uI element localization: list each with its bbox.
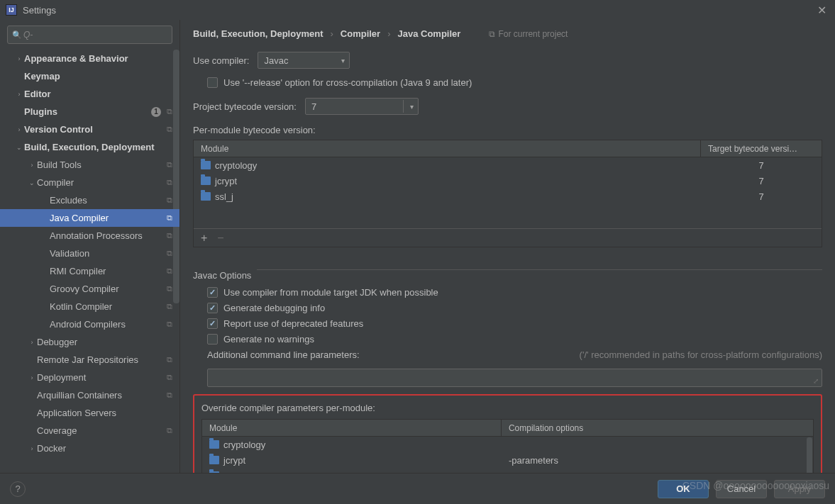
target-column-header[interactable]: Target bytecode versi… [701, 140, 822, 157]
breadcrumb: Build, Execution, Deployment › Compiler … [193, 28, 822, 39]
chevron-icon: › [27, 374, 37, 381]
project-bytecode-label: Project bytecode version: [193, 101, 297, 112]
crumb-1: Build, Execution, Deployment [193, 28, 323, 39]
tree-item-plugins[interactable]: ›Plugins1⧉ [0, 103, 179, 121]
tree-item-label: Keymap [24, 71, 60, 82]
no-warnings-checkbox[interactable] [207, 334, 218, 345]
add-button[interactable]: + [201, 232, 207, 245]
copy-icon: ⧉ [167, 267, 172, 276]
tree-item-label: Arquillian Containers [37, 390, 122, 401]
copy-icon: ⧉ [167, 249, 172, 258]
tree-item-label: Editor [24, 89, 51, 99]
tree-item-docker[interactable]: ›Docker [0, 439, 179, 457]
project-bytecode-select[interactable]: 7 [305, 98, 419, 115]
close-icon[interactable]: ✕ [814, 4, 829, 17]
copy-icon: ⧉ [167, 426, 172, 435]
module-column-header[interactable]: Module [194, 140, 701, 157]
tree-item-annotation-processors[interactable]: ›Annotation Processors⧉ [0, 227, 179, 245]
tree-item-version-control[interactable]: ›Version Control⧉ [0, 121, 179, 138]
tree-item-validation[interactable]: ›Validation⧉ [0, 245, 179, 262]
copy-icon: ⧉ [489, 29, 495, 39]
tree-item-label: Android Compilers [50, 319, 126, 330]
table-row[interactable]: jcrypt-parameters [202, 452, 813, 468]
per-module-label: Per-module bytecode version: [193, 125, 822, 135]
copy-icon: ⧉ [167, 107, 172, 116]
tree-item-java-compiler[interactable]: ›Java Compiler⧉ [0, 209, 179, 227]
tree-item-android-compilers[interactable]: ›Android Compilers⧉ [0, 315, 179, 333]
tree-item-arquillian-containers[interactable]: ›Arquillian Containers⧉ [0, 386, 179, 404]
help-button[interactable]: ? [10, 481, 26, 497]
release-option-checkbox[interactable] [207, 77, 218, 88]
tree-item-build-tools[interactable]: ›Build Tools⧉ [0, 156, 179, 174]
per-module-table: Module Target bytecode versi… cryptology… [193, 140, 822, 247]
use-module-jdk-checkbox[interactable] [207, 287, 218, 298]
app-icon: IJ [6, 4, 17, 16]
chevron-right-icon: › [330, 28, 333, 39]
tree-item-label: RMI Compiler [50, 266, 106, 276]
copy-icon: ⧉ [167, 160, 172, 169]
copy-icon: ⧉ [167, 196, 172, 205]
tree-item-label: Kotlin Compiler [50, 301, 112, 312]
ok-button[interactable]: OK [658, 480, 709, 498]
folder-icon [209, 456, 219, 464]
copy-icon: ⧉ [167, 284, 172, 293]
expand-icon[interactable]: ⤢ [813, 377, 819, 385]
table-row[interactable]: ssl_j-parameters [202, 468, 813, 473]
release-option-label: Use '--release' option for cross-compila… [223, 77, 472, 88]
tree-item-label: Annotation Processors [50, 230, 143, 241]
tree-item-keymap[interactable]: ›Keymap [0, 67, 179, 85]
folder-icon [201, 192, 211, 201]
tree-item-label: Coverage [37, 425, 77, 436]
chevron-icon: › [14, 55, 24, 62]
tree-item-application-servers[interactable]: ›Application Servers [0, 404, 179, 422]
override-opts-header[interactable]: Compilation options [502, 420, 813, 436]
sidebar: 🔍 Q- ›Appearance & Behavior›Keymap›Edito… [0, 20, 180, 473]
use-compiler-select[interactable]: Javac [258, 52, 350, 69]
copy-icon: ⧉ [167, 302, 172, 311]
table-row[interactable]: cryptology7 [194, 157, 822, 173]
report-deprecated-checkbox[interactable] [207, 318, 218, 329]
use-compiler-label: Use compiler: [193, 55, 249, 66]
apply-button[interactable]: Apply [774, 480, 825, 498]
tree-item-coverage[interactable]: ›Coverage⧉ [0, 422, 179, 439]
tree-item-compiler[interactable]: ⌄Compiler⧉ [0, 174, 179, 191]
override-highlight-box: Override compiler parameters per-module:… [193, 394, 822, 473]
copy-icon: ⧉ [167, 178, 172, 187]
remove-button[interactable]: − [217, 232, 223, 245]
additional-params-hint: ('/' recommended in paths for cross-plat… [580, 349, 822, 360]
tree-item-build-execution-deployment[interactable]: ⌄Build, Execution, Deployment [0, 138, 179, 156]
chevron-icon: › [14, 91, 24, 98]
scrollbar[interactable] [807, 437, 812, 473]
override-module-header[interactable]: Module [202, 420, 502, 436]
table-row[interactable]: ssl_j7 [194, 189, 822, 204]
tree-item-kotlin-compiler[interactable]: ›Kotlin Compiler⧉ [0, 298, 179, 315]
folder-icon [209, 440, 219, 449]
tree-item-rmi-compiler[interactable]: ›RMI Compiler⧉ [0, 262, 179, 280]
table-row[interactable]: jcrypt7 [194, 173, 822, 189]
chevron-icon: ⌄ [27, 179, 37, 186]
additional-params-input[interactable]: ⤢ [207, 369, 822, 387]
tree-item-groovy-compiler[interactable]: ›Groovy Compiler⧉ [0, 280, 179, 298]
table-row[interactable]: cryptology [202, 437, 813, 452]
tree-item-appearance-behavior[interactable]: ›Appearance & Behavior [0, 50, 179, 67]
tree-item-label: Validation [50, 248, 89, 259]
tree-item-label: Docker [37, 443, 66, 454]
tree-item-editor[interactable]: ›Editor [0, 85, 179, 103]
crumb-2: Compiler [341, 28, 380, 39]
tree-item-label: Appearance & Behavior [24, 53, 128, 64]
tree-item-debugger[interactable]: ›Debugger [0, 333, 179, 351]
crumb-3: Java Compiler [398, 28, 461, 39]
generate-debug-checkbox[interactable] [207, 303, 218, 313]
tree-item-deployment[interactable]: ›Deployment⧉ [0, 369, 179, 386]
chevron-icon: › [27, 445, 37, 452]
copy-icon: ⧉ [167, 320, 172, 329]
tree-item-remote-jar-repositories[interactable]: ›Remote Jar Repositories⧉ [0, 351, 179, 369]
tree-item-label: Plugins [24, 106, 57, 117]
cancel-button[interactable]: Cancel [716, 480, 767, 498]
tree-item-excludes[interactable]: ›Excludes⧉ [0, 191, 179, 209]
copy-icon: ⧉ [167, 373, 172, 382]
search-input[interactable]: 🔍 Q- [7, 26, 172, 44]
search-icon: 🔍 [12, 30, 22, 40]
chevron-icon: ⌄ [14, 144, 24, 151]
tree-item-label: Application Servers [37, 408, 116, 418]
